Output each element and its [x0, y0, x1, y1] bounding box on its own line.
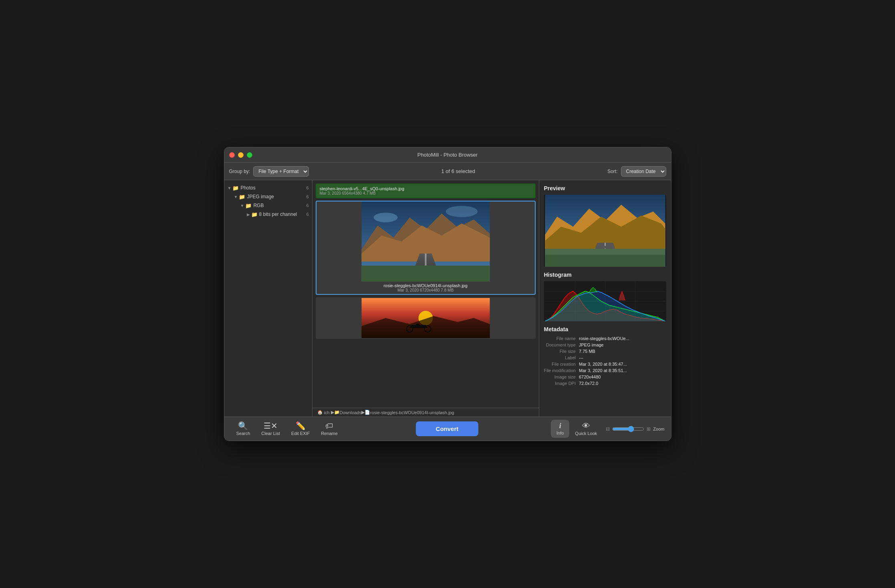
- triangle-icon: ▼: [240, 203, 244, 208]
- zoom-slider[interactable]: [612, 426, 644, 432]
- clear-list-button[interactable]: ☰✕ Clear List: [256, 419, 285, 438]
- info-button[interactable]: i Info: [551, 420, 569, 438]
- path-arrow: ▶: [361, 410, 365, 415]
- toolbar: Group by: File Type + Format 1 of 6 sele…: [224, 163, 671, 180]
- photo-item[interactable]: [316, 297, 536, 339]
- photo-info-bar: rosie-steggles-bcWOUe0914I-unsplash.jpg …: [316, 282, 535, 294]
- info-icon: i: [559, 422, 561, 429]
- sidebar-item-label: RGB: [253, 203, 264, 208]
- photo-name: stephen-leonardi-v5...4E_sQ0-unsplash.jp…: [320, 186, 532, 191]
- edit-exif-button[interactable]: ✏️ Edit EXIF: [286, 419, 315, 438]
- minimize-button[interactable]: [238, 152, 244, 158]
- meta-label-filename: File name: [544, 336, 576, 341]
- meta-value-creation: Mar 3, 2020 at 8:35:47...: [579, 361, 666, 367]
- meta-value-modification: Mar 3, 2020 at 8:35:51...: [579, 368, 666, 373]
- info-label: Info: [556, 431, 564, 435]
- center-panel: stephen-leonardi-v5...4E_sQ0-unsplash.jp…: [312, 180, 539, 417]
- zoom-label: Zoom: [653, 427, 664, 431]
- folder-icon: 📁: [251, 211, 258, 217]
- rename-button[interactable]: 🏷 Rename: [315, 419, 343, 438]
- sidebar-item-count: 6: [306, 212, 308, 217]
- metadata-section: Metadata File name rosie-steggles-bcWOUe…: [539, 326, 671, 391]
- sidebar-item-count: 6: [306, 185, 308, 190]
- sort-controls: Sort: Creation Date: [607, 166, 666, 177]
- rename-icon: 🏷: [325, 422, 333, 430]
- svg-rect-21: [545, 249, 665, 255]
- folder-icon: 📁: [239, 193, 245, 200]
- main-content: ▼ 📁 Photos 6 ▼ 📁 JPEG image 6 ▼ 📁 RGB 6: [224, 180, 671, 417]
- quick-look-label: Quick Look: [575, 431, 597, 436]
- meta-label-dpi: Image DPI: [544, 381, 576, 386]
- path-separator: 📄: [365, 410, 370, 415]
- search-icon: 🔍: [238, 422, 248, 430]
- path-filename: rosie-steggles-bcWOUe0914I-unsplash.jpg: [370, 410, 454, 415]
- meta-label-label: Label: [544, 355, 576, 360]
- search-button[interactable]: 🔍 Search: [231, 419, 256, 438]
- rename-label: Rename: [321, 431, 338, 436]
- photo-top-bar: stephen-leonardi-v5...4E_sQ0-unsplash.jp…: [316, 184, 535, 197]
- group-by-label: Group by:: [229, 169, 250, 174]
- sidebar-item-rgb[interactable]: ▼ 📁 RGB 6: [224, 201, 312, 210]
- sidebar-item-label: Photos: [240, 185, 255, 191]
- meta-value-label: ---: [579, 355, 666, 360]
- status-bar: 🏠 ich ▶ 📁 Downloads ▶ 📄 rosie-steggles-b…: [312, 408, 539, 417]
- convert-button[interactable]: Convert: [416, 421, 479, 436]
- metadata-grid: File name rosie-steggles-bcWOUe... Docum…: [544, 336, 666, 386]
- svg-point-7: [445, 206, 478, 217]
- edit-exif-label: Edit EXIF: [291, 431, 310, 436]
- photo-item[interactable]: rosie-steggles-bcWOUe0914I-unsplash.jpg …: [316, 201, 536, 295]
- histogram-container: [544, 281, 666, 321]
- maximize-button[interactable]: [247, 152, 252, 158]
- meta-value-filename: rosie-steggles-bcWOUe...: [579, 336, 666, 341]
- group-by-select[interactable]: File Type + Format: [253, 166, 309, 177]
- meta-label-creation: File creation: [544, 361, 576, 367]
- close-button[interactable]: [229, 152, 235, 158]
- quick-look-icon: 👁: [582, 422, 590, 430]
- path-home-icon: 🏠: [317, 410, 323, 415]
- meta-label-modification: File modification: [544, 368, 576, 373]
- histogram-section: Histogram: [539, 272, 671, 326]
- preview-image: [544, 195, 666, 267]
- zoom-out-icon: ⊟: [606, 426, 610, 432]
- zoom-control: ⊟ ⊞ Zoom: [606, 426, 664, 432]
- sidebar: ▼ 📁 Photos 6 ▼ 📁 JPEG image 6 ▼ 📁 RGB 6: [224, 180, 312, 417]
- svg-rect-20: [545, 255, 665, 267]
- convert-label: Convert: [436, 425, 459, 432]
- photo-meta: Mar 3, 2020 6720x4480 7.8 MB: [320, 288, 532, 292]
- triangle-icon: ▼: [234, 195, 238, 199]
- right-panel: Preview: [539, 180, 671, 417]
- zoom-in-icon: ⊞: [647, 426, 651, 432]
- photo-item[interactable]: stephen-leonardi-v5...4E_sQ0-unsplash.jp…: [316, 183, 536, 198]
- photo-name: rosie-steggles-bcWOUe0914I-unsplash.jpg: [320, 283, 532, 288]
- sidebar-item-jpeg[interactable]: ▼ 📁 JPEG image 6: [224, 192, 312, 201]
- sidebar-item-8bits[interactable]: ▶ 📁 8 bits per channel 6: [224, 210, 312, 219]
- traffic-lights: [229, 152, 252, 158]
- photo-meta: Mar 3, 2020 6564x4380 4.7 MB: [320, 191, 532, 195]
- main-window: PhotoMill - Photo Browser Group by: File…: [224, 147, 671, 441]
- clear-list-label: Clear List: [261, 431, 280, 436]
- triangle-icon: ▶: [247, 212, 250, 217]
- edit-exif-icon: ✏️: [296, 422, 306, 430]
- clear-list-icon: ☰✕: [264, 422, 278, 430]
- preview-section: Preview: [539, 180, 671, 272]
- meta-value-doctype: JPEG image: [579, 342, 666, 348]
- sidebar-item-photos[interactable]: ▼ 📁 Photos 6: [224, 183, 312, 192]
- titlebar: PhotoMill - Photo Browser: [224, 147, 671, 163]
- histogram-title: Histogram: [544, 272, 666, 278]
- sidebar-item-label: 8 bits per channel: [259, 211, 297, 217]
- path-arrow: ▶: [331, 410, 334, 415]
- window-title: PhotoMill - Photo Browser: [417, 152, 478, 158]
- folder-icon: 📁: [245, 202, 252, 209]
- svg-point-6: [373, 213, 397, 222]
- search-label: Search: [236, 431, 250, 436]
- preview-title: Preview: [544, 185, 666, 191]
- sort-select[interactable]: Creation Date: [621, 166, 666, 177]
- meta-value-filesize: 7.75 MB: [579, 348, 666, 354]
- svg-point-14: [415, 324, 419, 328]
- sidebar-item-label: JPEG image: [247, 194, 274, 199]
- selection-info: 1 of 6 selected: [312, 168, 604, 174]
- quick-look-button[interactable]: 👁 Quick Look: [569, 419, 603, 438]
- sidebar-item-count: 6: [306, 194, 308, 199]
- sidebar-item-count: 6: [306, 203, 308, 208]
- meta-label-imgsize: Image size: [544, 374, 576, 380]
